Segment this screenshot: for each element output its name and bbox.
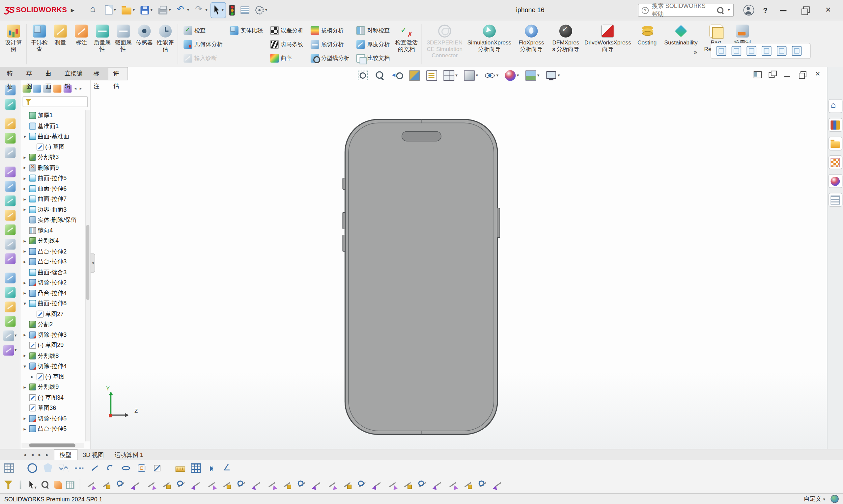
tree-item[interactable]: ▸切除-拉伸5	[20, 413, 84, 424]
custom-properties-button[interactable]	[828, 193, 842, 207]
dimension-tool-10-button[interactable]	[222, 479, 232, 491]
zoom-fit-button[interactable]	[356, 69, 370, 82]
customize-menu[interactable]: 自定义 ▾	[804, 495, 825, 503]
document-close-button[interactable]	[812, 69, 824, 80]
tab-direct-editing[interactable]: 直接编辑	[60, 67, 89, 80]
dimension-tool-4-button[interactable]	[131, 479, 142, 491]
performance-button[interactable]: 性能评估	[156, 22, 175, 66]
view-tab[interactable]: 运动算例 1	[109, 449, 148, 460]
mirror-entities-button[interactable]	[207, 463, 216, 474]
tree-item[interactable]: 实体-删除/保留	[20, 215, 84, 225]
tree-horizontal-scrollbar[interactable]	[21, 443, 84, 448]
revolved-boss-button[interactable]	[5, 99, 16, 110]
check-active-document-button[interactable]: 检查激活的文档	[394, 22, 419, 66]
tree-item[interactable]: ▸(-) 草图	[20, 371, 84, 382]
expand-arrow-icon[interactable]: ▸	[22, 384, 27, 390]
dfmxpress-button[interactable]: DFMXpress 分析向导	[550, 22, 581, 66]
check-entity-button[interactable]: 检查	[181, 24, 225, 37]
tree-item[interactable]: (-) 草图34	[20, 392, 84, 403]
tree-tabs-scroll-right-icon[interactable]: ▸	[79, 86, 82, 91]
draft-button[interactable]	[5, 287, 16, 298]
dynamic-annotation-button[interactable]	[425, 69, 438, 82]
dimension-tool-27-button[interactable]	[477, 479, 488, 491]
edit-appearance-button[interactable]: ▾	[503, 69, 521, 82]
tree-item[interactable]: ▸凸台-拉伸2	[20, 246, 84, 257]
symmetry-check-button[interactable]: 对称检查	[354, 24, 393, 37]
interference-button[interactable]: 干涉检查	[30, 22, 49, 66]
expand-arrow-icon[interactable]: ▸	[22, 259, 27, 264]
document-dock-pane-button[interactable]	[751, 69, 763, 80]
dimension-tool-28-button[interactable]	[492, 479, 503, 491]
mass-properties-button[interactable]: 质量属性	[92, 22, 112, 66]
scrollbar-thumb[interactable]	[86, 225, 89, 300]
deviation-analysis-button[interactable]: 误差分析	[267, 24, 306, 37]
tree-item[interactable]: ▾曲面-拉伸8	[20, 298, 84, 309]
view-settings-button[interactable]: ▾	[544, 69, 561, 82]
dimension-tool-20-button[interactable]	[372, 479, 383, 491]
user-account-icon[interactable]	[743, 5, 754, 16]
dimension-tool-23-button[interactable]	[417, 479, 428, 491]
linear-pattern-button[interactable]	[5, 253, 16, 264]
dimension-tool-11-button[interactable]	[236, 479, 247, 491]
undo-button[interactable]: ▾	[175, 2, 191, 17]
tree-item[interactable]: ▸边界-曲面3	[20, 204, 84, 215]
sustainability-button[interactable]: Sustainability	[662, 22, 700, 66]
view-box-icon[interactable]	[732, 46, 741, 56]
view-dimension-icon[interactable]	[747, 46, 756, 56]
selection-filter-button[interactable]	[4, 480, 13, 490]
dimension-tool-5-button[interactable]	[146, 479, 157, 491]
smart-dimension-button[interactable]	[176, 464, 185, 473]
markup-button[interactable]: 标注	[71, 22, 91, 66]
design-library-button[interactable]	[828, 118, 842, 132]
dimension-tool-8-button[interactable]	[191, 479, 202, 491]
minimize-button[interactable]	[776, 4, 790, 16]
design-study-button[interactable]: 设计算例	[3, 22, 24, 66]
view-palette-button[interactable]	[828, 156, 842, 169]
dimension-tool-7-button[interactable]	[176, 479, 187, 491]
grid-snap-button[interactable]	[191, 463, 200, 474]
expand-arrow-icon[interactable]: ▸	[30, 374, 35, 379]
tree-item[interactable]: ▸分割线4	[20, 236, 84, 246]
search-caret-icon[interactable]: ▾	[728, 8, 730, 12]
tree-filter[interactable]	[23, 96, 88, 107]
expand-arrow-icon[interactable]: ▾	[22, 363, 27, 369]
tab-features[interactable]: 特征	[2, 67, 21, 80]
dimxpert-manager-tab[interactable]	[53, 84, 62, 92]
angle-dimension-button[interactable]	[222, 463, 232, 474]
dimension-tool-9-button[interactable]	[206, 479, 217, 491]
tree-item[interactable]: ▸凸台-拉伸5	[20, 424, 84, 434]
panel-splitter-handle[interactable]: ◂	[91, 253, 95, 273]
tab-evaluate[interactable]: 评估	[108, 67, 128, 80]
parting-line-analysis-button[interactable]: 分型线分析	[308, 51, 352, 65]
zebra-stripes-button[interactable]: 斑马条纹	[267, 38, 306, 51]
expand-arrow-icon[interactable]: ▸	[22, 176, 27, 181]
dimension-tool-25-button[interactable]	[447, 479, 458, 491]
swept-boss-button[interactable]	[5, 119, 16, 129]
costing-button[interactable]: Costing	[634, 22, 660, 66]
circle-button[interactable]	[27, 463, 37, 474]
offset-entities-button[interactable]	[137, 463, 146, 474]
hole-wizard-button[interactable]	[5, 181, 16, 192]
close-button[interactable]	[822, 4, 836, 16]
lofted-boss-button[interactable]	[5, 133, 16, 144]
view-tab[interactable]: 模型	[54, 449, 77, 460]
polygon-button[interactable]	[43, 463, 53, 474]
simulationxpress-button[interactable]: SimulationXpress 分析向导	[466, 22, 513, 66]
expand-arrow-icon[interactable]: ▸	[22, 207, 27, 212]
view-loop-icon[interactable]	[777, 46, 786, 56]
reference-geometry-button[interactable]: ▾	[3, 330, 17, 341]
tab-sketch[interactable]: 草图	[21, 67, 40, 80]
expand-arrow-icon[interactable]: ▸	[22, 353, 27, 359]
select-arrow-button[interactable]: ▾	[211, 2, 226, 17]
logo-expand-icon[interactable]: ▶	[71, 7, 74, 13]
grid-system-button[interactable]	[4, 463, 14, 474]
tree-item[interactable]: ▸分割线3	[20, 152, 84, 163]
dimension-tool-15-button[interactable]	[297, 479, 308, 491]
revolved-cut-button[interactable]	[5, 196, 16, 206]
tree-item[interactable]: ▸分割线8	[20, 350, 84, 361]
tree-item[interactable]: ▸曲面-拉伸7	[20, 194, 84, 204]
draft-analysis-button[interactable]: 拔模分析	[308, 24, 352, 37]
floxpress-button[interactable]: FloXpress 分析向导	[514, 22, 549, 66]
tree-item[interactable]: ▸曲面-拉伸6	[20, 183, 84, 194]
tree-item[interactable]: 镜向4	[20, 225, 84, 236]
